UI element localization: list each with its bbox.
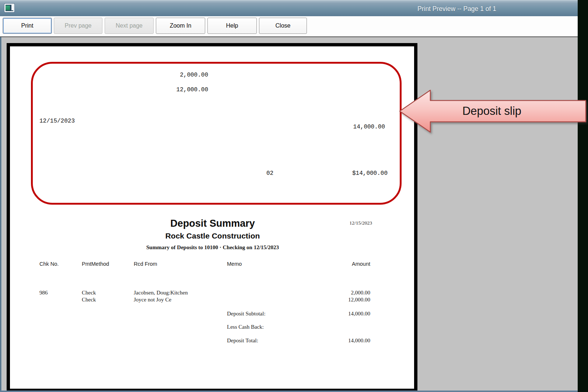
next-page-button[interactable]: Next page — [105, 18, 154, 34]
table-row-pmt: Check — [82, 297, 96, 303]
prev-page-button[interactable]: Prev page — [54, 18, 102, 34]
printed-page: 2,000.00 12,000.00 12/15/2023 14,000.00 … — [10, 46, 414, 389]
help-button[interactable]: Help — [207, 18, 257, 34]
table-row-pmt: Check — [82, 290, 96, 296]
summary-label-less-cash-back: Less Cash Back: — [227, 324, 264, 330]
page-frame: 2,000.00 12,000.00 12/15/2023 14,000.00 … — [7, 43, 417, 392]
column-header-amount: Amount — [308, 261, 370, 267]
deposit-slip-highlight-outline — [31, 62, 402, 205]
annotation-label: Deposit slip — [462, 105, 521, 117]
slip-subtotal: 14,000.00 — [322, 124, 385, 130]
slip-date: 12/15/2023 — [39, 118, 75, 124]
close-button[interactable]: Close — [259, 18, 307, 34]
slip-check-amount-1: 2,000.00 — [146, 72, 208, 78]
summary-amount-total: 14,000.00 — [308, 338, 370, 344]
table-row-amount: 2,000.00 — [308, 290, 370, 296]
window-icon-white-pane — [11, 5, 13, 10]
column-header-rcd-from: Rcd From — [134, 261, 157, 267]
screen: Print Preview -- Page 1 of 1 Print Prev … — [0, 0, 588, 392]
summary-amount-subtotal: 14,000.00 — [308, 311, 370, 317]
window-icon-green-pane — [6, 6, 10, 10]
report-subtitle: Summary of Deposits to 10100 · Checking … — [65, 244, 360, 251]
column-header-pmt-method: PmtMethod — [82, 261, 109, 267]
window-title: Print Preview -- Page 1 of 1 — [361, 0, 553, 17]
summary-label-total: Deposit Total: — [227, 338, 258, 344]
slip-item-count: 02 — [266, 170, 273, 177]
column-header-chk-no: Chk No. — [39, 261, 59, 267]
deposit-slip-arrow-annotation: Deposit slip — [389, 83, 588, 138]
toolbar: Print Prev page Next page Zoom In Help C… — [0, 16, 578, 36]
report-title: Deposit Summary — [65, 218, 360, 229]
table-row-amount: 12,000.00 — [308, 297, 370, 303]
slip-total: $14,000.00 — [325, 170, 388, 177]
print-preview-window-icon — [4, 4, 14, 12]
window-border-left — [0, 37, 1, 392]
print-button[interactable]: Print — [3, 18, 52, 34]
table-row-chk-no: 986 — [39, 290, 48, 296]
report-date: 12/15/2023 — [349, 220, 372, 226]
title-bar[interactable]: Print Preview -- Page 1 of 1 — [0, 0, 578, 16]
column-header-memo: Memo — [227, 261, 242, 267]
table-row-rcd-from: Joyce not Joy Ce — [134, 297, 171, 303]
report-company: Rock Castle Construction — [65, 232, 360, 240]
slip-check-amount-2: 12,000.00 — [146, 86, 208, 93]
zoom-in-button[interactable]: Zoom In — [156, 18, 205, 34]
table-row-rcd-from: Jacobsen, Doug:Kitchen — [134, 290, 188, 296]
summary-label-subtotal: Deposit Subtotal: — [227, 311, 266, 317]
window-border-bottom — [0, 391, 578, 392]
